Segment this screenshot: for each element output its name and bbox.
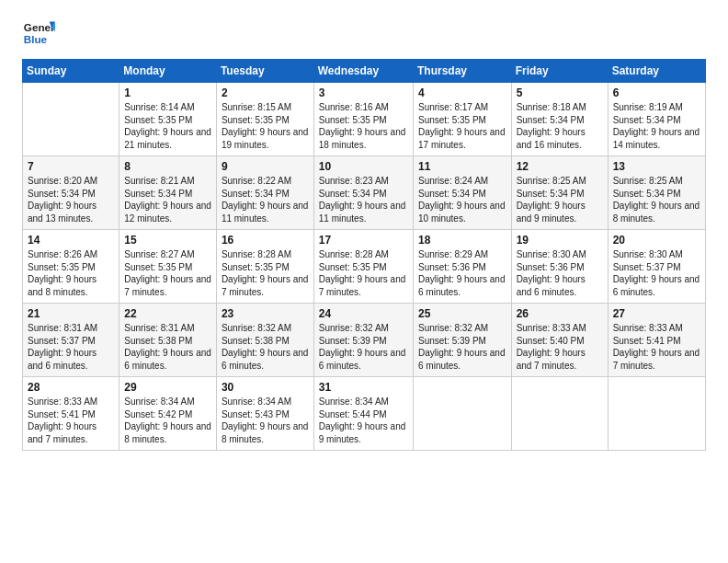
day-number: 2 (222, 86, 309, 99)
day-number: 10 (319, 160, 408, 173)
calendar-cell: 6Sunrise: 8:19 AMSunset: 5:34 PMDaylight… (608, 83, 705, 156)
day-info: Sunrise: 8:28 AMSunset: 5:35 PMDaylight:… (319, 248, 408, 298)
day-number: 17 (319, 234, 408, 247)
calendar-cell: 11Sunrise: 8:24 AMSunset: 5:34 PMDayligh… (413, 156, 511, 230)
day-number: 20 (613, 234, 700, 247)
calendar-cell: 14Sunrise: 8:26 AMSunset: 5:35 PMDayligh… (23, 230, 119, 304)
logo: General Blue (22, 17, 55, 50)
weekday-header-wednesday: Wednesday (313, 60, 413, 83)
day-number: 4 (418, 86, 506, 99)
weekday-header-tuesday: Tuesday (216, 60, 313, 83)
calendar-cell (511, 377, 608, 451)
weekday-header-friday: Friday (511, 60, 608, 83)
calendar-week-2: 14Sunrise: 8:26 AMSunset: 5:35 PMDayligh… (23, 230, 706, 304)
day-info: Sunrise: 8:33 AMSunset: 5:40 PMDaylight:… (517, 322, 603, 372)
day-number: 19 (517, 234, 603, 247)
day-info: Sunrise: 8:32 AMSunset: 5:38 PMDaylight:… (222, 322, 309, 372)
day-info: Sunrise: 8:17 AMSunset: 5:35 PMDaylight:… (418, 101, 506, 151)
calendar-cell: 31Sunrise: 8:34 AMSunset: 5:44 PMDayligh… (313, 377, 413, 451)
calendar-cell (23, 83, 119, 156)
day-info: Sunrise: 8:32 AMSunset: 5:39 PMDaylight:… (418, 322, 506, 372)
day-number: 16 (222, 234, 309, 247)
calendar-cell: 4Sunrise: 8:17 AMSunset: 5:35 PMDaylight… (413, 83, 511, 156)
calendar-table: SundayMondayTuesdayWednesdayThursdayFrid… (22, 59, 706, 451)
day-info: Sunrise: 8:34 AMSunset: 5:43 PMDaylight:… (222, 396, 309, 445)
day-number: 25 (418, 307, 506, 320)
calendar-cell: 16Sunrise: 8:28 AMSunset: 5:35 PMDayligh… (216, 230, 313, 304)
day-number: 7 (28, 160, 114, 173)
weekday-header-sunday: Sunday (23, 60, 119, 83)
day-info: Sunrise: 8:15 AMSunset: 5:35 PMDaylight:… (222, 101, 309, 151)
day-info: Sunrise: 8:20 AMSunset: 5:34 PMDaylight:… (28, 175, 114, 224)
day-info: Sunrise: 8:27 AMSunset: 5:35 PMDaylight:… (124, 248, 211, 298)
weekday-header-row: SundayMondayTuesdayWednesdayThursdayFrid… (23, 60, 706, 83)
day-info: Sunrise: 8:33 AMSunset: 5:41 PMDaylight:… (613, 322, 700, 372)
day-info: Sunrise: 8:26 AMSunset: 5:35 PMDaylight:… (28, 248, 114, 298)
day-number: 6 (613, 86, 700, 99)
calendar-cell: 28Sunrise: 8:33 AMSunset: 5:41 PMDayligh… (23, 377, 119, 451)
calendar-cell: 21Sunrise: 8:31 AMSunset: 5:37 PMDayligh… (23, 304, 119, 377)
calendar-cell: 29Sunrise: 8:34 AMSunset: 5:42 PMDayligh… (119, 377, 217, 451)
day-info: Sunrise: 8:14 AMSunset: 5:35 PMDaylight:… (124, 101, 211, 151)
calendar-cell: 5Sunrise: 8:18 AMSunset: 5:34 PMDaylight… (511, 83, 608, 156)
day-number: 9 (222, 160, 309, 173)
day-number: 26 (517, 307, 603, 320)
header: General Blue (22, 17, 706, 50)
day-number: 31 (319, 381, 408, 394)
day-info: Sunrise: 8:18 AMSunset: 5:34 PMDaylight:… (517, 101, 603, 151)
day-number: 27 (613, 307, 700, 320)
day-number: 5 (517, 86, 603, 99)
calendar-week-0: 1Sunrise: 8:14 AMSunset: 5:35 PMDaylight… (23, 83, 706, 156)
calendar-cell: 24Sunrise: 8:32 AMSunset: 5:39 PMDayligh… (313, 304, 413, 377)
day-number: 3 (319, 86, 408, 99)
day-number: 18 (418, 234, 506, 247)
calendar-cell: 26Sunrise: 8:33 AMSunset: 5:40 PMDayligh… (511, 304, 608, 377)
day-info: Sunrise: 8:16 AMSunset: 5:35 PMDaylight:… (319, 101, 408, 151)
calendar-cell: 12Sunrise: 8:25 AMSunset: 5:34 PMDayligh… (511, 156, 608, 230)
day-info: Sunrise: 8:34 AMSunset: 5:44 PMDaylight:… (319, 396, 408, 445)
calendar-cell: 2Sunrise: 8:15 AMSunset: 5:35 PMDaylight… (216, 83, 313, 156)
day-number: 12 (517, 160, 603, 173)
day-info: Sunrise: 8:33 AMSunset: 5:41 PMDaylight:… (28, 396, 114, 445)
calendar-cell: 20Sunrise: 8:30 AMSunset: 5:37 PMDayligh… (608, 230, 705, 304)
day-number: 1 (124, 86, 211, 99)
weekday-header-thursday: Thursday (413, 60, 511, 83)
calendar-cell: 1Sunrise: 8:14 AMSunset: 5:35 PMDaylight… (119, 83, 217, 156)
day-info: Sunrise: 8:30 AMSunset: 5:36 PMDaylight:… (517, 248, 603, 298)
calendar-cell: 25Sunrise: 8:32 AMSunset: 5:39 PMDayligh… (413, 304, 511, 377)
day-number: 28 (28, 381, 114, 394)
day-number: 24 (319, 307, 408, 320)
calendar-week-1: 7Sunrise: 8:20 AMSunset: 5:34 PMDaylight… (23, 156, 706, 230)
day-info: Sunrise: 8:31 AMSunset: 5:38 PMDaylight:… (124, 322, 211, 372)
day-info: Sunrise: 8:31 AMSunset: 5:37 PMDaylight:… (28, 322, 114, 372)
day-number: 13 (613, 160, 700, 173)
calendar-cell (608, 377, 705, 451)
calendar-cell: 15Sunrise: 8:27 AMSunset: 5:35 PMDayligh… (119, 230, 217, 304)
calendar-cell: 17Sunrise: 8:28 AMSunset: 5:35 PMDayligh… (313, 230, 413, 304)
calendar-week-4: 28Sunrise: 8:33 AMSunset: 5:41 PMDayligh… (23, 377, 706, 451)
day-number: 21 (28, 307, 114, 320)
day-info: Sunrise: 8:23 AMSunset: 5:34 PMDaylight:… (319, 175, 408, 224)
day-number: 23 (222, 307, 309, 320)
day-number: 30 (222, 381, 309, 394)
day-info: Sunrise: 8:25 AMSunset: 5:34 PMDaylight:… (517, 175, 603, 224)
day-info: Sunrise: 8:25 AMSunset: 5:34 PMDaylight:… (613, 175, 700, 224)
calendar-cell: 8Sunrise: 8:21 AMSunset: 5:34 PMDaylight… (119, 156, 217, 230)
general-blue-icon: General Blue (22, 17, 55, 50)
weekday-header-monday: Monday (119, 60, 217, 83)
weekday-header-saturday: Saturday (608, 60, 705, 83)
calendar-week-3: 21Sunrise: 8:31 AMSunset: 5:37 PMDayligh… (23, 304, 706, 377)
day-info: Sunrise: 8:32 AMSunset: 5:39 PMDaylight:… (319, 322, 408, 372)
day-info: Sunrise: 8:30 AMSunset: 5:37 PMDaylight:… (613, 248, 700, 298)
calendar-cell: 27Sunrise: 8:33 AMSunset: 5:41 PMDayligh… (608, 304, 705, 377)
calendar-cell: 9Sunrise: 8:22 AMSunset: 5:34 PMDaylight… (216, 156, 313, 230)
calendar-cell: 19Sunrise: 8:30 AMSunset: 5:36 PMDayligh… (511, 230, 608, 304)
calendar-cell: 7Sunrise: 8:20 AMSunset: 5:34 PMDaylight… (23, 156, 119, 230)
calendar-cell: 10Sunrise: 8:23 AMSunset: 5:34 PMDayligh… (313, 156, 413, 230)
day-number: 29 (124, 381, 211, 394)
day-info: Sunrise: 8:29 AMSunset: 5:36 PMDaylight:… (418, 248, 506, 298)
day-info: Sunrise: 8:34 AMSunset: 5:42 PMDaylight:… (124, 396, 211, 445)
day-info: Sunrise: 8:24 AMSunset: 5:34 PMDaylight:… (418, 175, 506, 224)
calendar-cell: 22Sunrise: 8:31 AMSunset: 5:38 PMDayligh… (119, 304, 217, 377)
day-info: Sunrise: 8:21 AMSunset: 5:34 PMDaylight:… (124, 175, 211, 224)
